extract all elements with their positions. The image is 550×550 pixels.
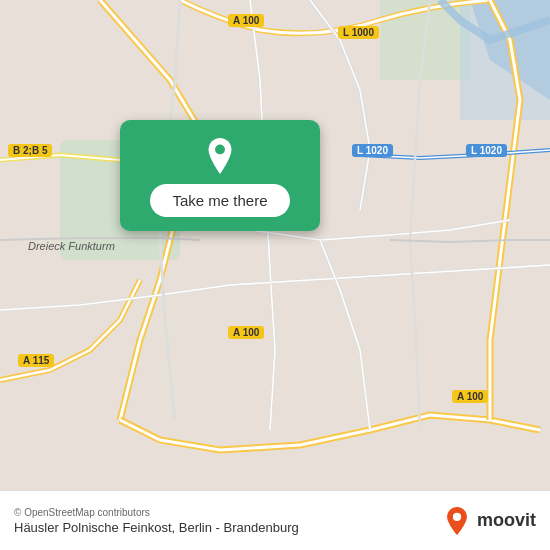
bottom-bar: © OpenStreetMap contributors Häusler Pol… bbox=[0, 490, 550, 550]
moovit-pin-icon bbox=[443, 507, 471, 535]
location-name: Häusler Polnische Feinkost, Berlin - Bra… bbox=[14, 520, 299, 535]
road-badge-l1020-right: L 1020 bbox=[466, 144, 507, 157]
moovit-logo: moovit bbox=[443, 507, 536, 535]
location-card: Take me there bbox=[120, 120, 320, 231]
road-badge-a100-right: A 100 bbox=[452, 390, 488, 403]
pin-icon bbox=[202, 138, 238, 174]
map-container: A 100 L 1000 B 2;B 5 B 2;B 5 A 100 L 102… bbox=[0, 0, 550, 490]
road-badge-a115: A 115 bbox=[18, 354, 54, 367]
take-me-there-button[interactable]: Take me there bbox=[150, 184, 289, 217]
road-badge-a100-top: A 100 bbox=[228, 14, 264, 27]
bottom-left-info: © OpenStreetMap contributors Häusler Pol… bbox=[14, 507, 299, 535]
svg-point-4 bbox=[215, 145, 225, 155]
svg-point-5 bbox=[453, 512, 461, 520]
road-badge-a100-low: A 100 bbox=[228, 326, 264, 339]
copyright-text: © OpenStreetMap contributors bbox=[14, 507, 299, 518]
road-badge-l1020-left: L 1020 bbox=[352, 144, 393, 157]
moovit-brand-text: moovit bbox=[477, 510, 536, 531]
road-badge-l1000: L 1000 bbox=[338, 26, 379, 39]
dreieck-label: Dreieck Funkturm bbox=[28, 240, 115, 252]
road-badge-b2b5-left: B 2;B 5 bbox=[8, 144, 52, 157]
